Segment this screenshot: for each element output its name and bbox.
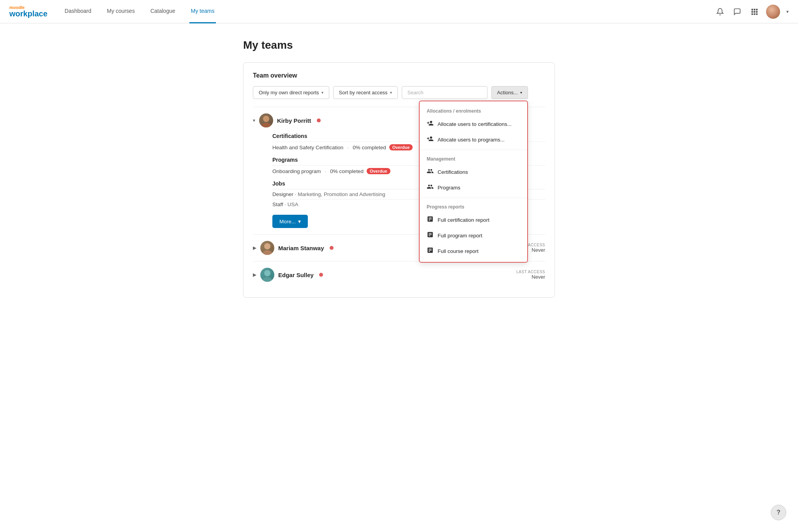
full-course-label: Full course report <box>438 248 478 254</box>
kirby-online-indicator <box>317 118 321 122</box>
dropdown-section-allocations: Allocations / enrolments <box>420 104 527 116</box>
alloc-cert-icon <box>427 120 434 128</box>
logo[interactable]: moodle workplace <box>9 5 48 18</box>
notifications-icon[interactable] <box>715 6 726 17</box>
edgar-avatar <box>260 268 274 282</box>
svg-rect-0 <box>752 9 753 10</box>
svg-point-14 <box>263 277 272 282</box>
nav-dashboard[interactable]: Dashboard <box>63 0 93 23</box>
dropdown-divider-2 <box>420 198 527 198</box>
messages-icon[interactable] <box>732 6 743 17</box>
kirby-avatar <box>259 113 273 127</box>
svg-rect-7 <box>754 13 755 15</box>
dropdown-full-cert-report[interactable]: Full certification report <box>420 212 527 228</box>
filters-row: Only my own direct reports ▾ Sort by rec… <box>253 86 545 99</box>
member-row-edgar: ▶ Edgar Sulley LAST ACCESS Never <box>253 261 545 288</box>
alloc-cert-label: Allocate users to certifications... <box>438 121 512 127</box>
dropdown-alloc-prog[interactable]: Allocate users to programs... <box>420 132 527 147</box>
user-chevron-icon[interactable]: ▾ <box>786 9 789 14</box>
svg-rect-5 <box>756 11 757 12</box>
edgar-expand-chevron[interactable]: ▶ <box>253 272 256 277</box>
svg-rect-8 <box>756 13 757 15</box>
filter-reports-chevron: ▾ <box>321 90 323 95</box>
kirby-cert-name: Health and Safety Certification <box>272 145 343 150</box>
kirby-prog-overdue-badge: Overdue <box>367 168 390 174</box>
dropdown-section-reports: Progress reports <box>420 200 527 212</box>
dropdown-section-management: Management <box>420 152 527 164</box>
nav-my-courses[interactable]: My courses <box>105 0 136 23</box>
search-input[interactable] <box>402 86 487 99</box>
dropdown-alloc-cert[interactable]: Allocate users to certifications... <box>420 116 527 132</box>
actions-btn[interactable]: Actions... ▾ <box>491 86 528 99</box>
apps-icon[interactable] <box>749 6 760 17</box>
dropdown-divider-1 <box>420 150 527 150</box>
svg-point-9 <box>263 116 269 122</box>
cert-report-icon <box>427 216 434 224</box>
svg-point-11 <box>264 243 270 249</box>
full-prog-label: Full program report <box>438 233 482 239</box>
logo-workplace: workplace <box>9 10 48 18</box>
kirby-more-label: More... <box>279 219 296 224</box>
edgar-last-access-label: LAST ACCESS <box>516 270 545 274</box>
nav-right: ▾ <box>715 5 789 19</box>
actions-chevron: ▾ <box>520 90 522 95</box>
mariam-online-indicator <box>330 246 334 250</box>
mgmt-cert-icon <box>427 168 434 176</box>
kirby-job2-dept: USA <box>288 201 298 207</box>
kirby-prog-name: Onboarding program <box>272 168 321 174</box>
team-overview-card: Team overview Only my own direct reports… <box>243 62 555 298</box>
main-content: My teams Team overview Only my own direc… <box>165 23 633 313</box>
filter-sort-chevron: ▾ <box>390 90 392 95</box>
full-cert-label: Full certification report <box>438 217 489 223</box>
edgar-online-indicator <box>319 273 323 277</box>
mariam-name: Mariam Stanway <box>278 245 324 251</box>
filter-sort-label: Sort by recent access <box>339 90 388 95</box>
svg-rect-1 <box>754 9 755 10</box>
actions-label: Actions... <box>497 90 518 95</box>
nav-my-teams[interactable]: My teams <box>189 0 216 23</box>
nav-catalogue[interactable]: Catalogue <box>149 0 177 23</box>
svg-point-10 <box>261 123 271 127</box>
filter-sort-btn[interactable]: Sort by recent access ▾ <box>333 86 398 99</box>
dropdown-full-prog-report[interactable]: Full program report <box>420 228 527 243</box>
alloc-prog-label: Allocate users to programs... <box>438 137 505 143</box>
svg-rect-6 <box>752 13 753 15</box>
svg-point-13 <box>264 270 270 276</box>
card-title: Team overview <box>253 72 545 79</box>
kirby-job1-role: Designer <box>272 191 293 197</box>
actions-dropdown: Allocations / enrolments Allocate users … <box>419 101 528 263</box>
nav-links: Dashboard My courses Catalogue My teams <box>63 0 715 23</box>
dropdown-mgmt-cert[interactable]: Certifications <box>420 164 527 180</box>
dropdown-full-course-report[interactable]: Full course report <box>420 243 527 259</box>
filter-reports-btn[interactable]: Only my own direct reports ▾ <box>253 86 329 99</box>
mariam-expand-chevron[interactable]: ▶ <box>253 245 256 251</box>
edgar-name: Edgar Sulley <box>278 272 314 278</box>
svg-rect-3 <box>752 11 753 12</box>
course-report-icon <box>427 247 434 255</box>
alloc-prog-icon <box>427 135 434 144</box>
actions-container: Actions... ▾ Allocations / enrolments Al… <box>491 86 528 99</box>
kirby-name: Kirby Porritt <box>277 117 311 124</box>
more-chevron-icon: ▾ <box>298 218 301 224</box>
prog-report-icon <box>427 231 434 240</box>
page-title: My teams <box>243 39 555 51</box>
mariam-avatar <box>260 241 274 255</box>
svg-rect-4 <box>754 11 755 12</box>
kirby-expand-chevron[interactable]: ▾ <box>253 118 255 123</box>
svg-point-12 <box>263 250 272 255</box>
edgar-last-access: LAST ACCESS Never <box>516 270 545 280</box>
dropdown-mgmt-prog[interactable]: Programs <box>420 180 527 195</box>
kirby-cert-overdue-badge: Overdue <box>389 144 413 150</box>
mgmt-prog-icon <box>427 183 434 192</box>
kirby-job2-role: Staff <box>272 201 283 207</box>
kirby-more-btn[interactable]: More... ▾ <box>272 215 308 228</box>
kirby-prog-progress: 0% completed <box>330 168 364 174</box>
mgmt-cert-label: Certifications <box>438 169 468 175</box>
edgar-last-access-val: Never <box>516 274 545 280</box>
svg-rect-2 <box>756 9 757 10</box>
user-avatar[interactable] <box>766 5 780 19</box>
mgmt-prog-label: Programs <box>438 185 461 191</box>
navbar: moodle workplace Dashboard My courses Ca… <box>0 0 798 23</box>
kirby-job1-dept: Marketing, Promotion and Advertising <box>298 191 385 197</box>
filter-reports-label: Only my own direct reports <box>259 90 319 95</box>
